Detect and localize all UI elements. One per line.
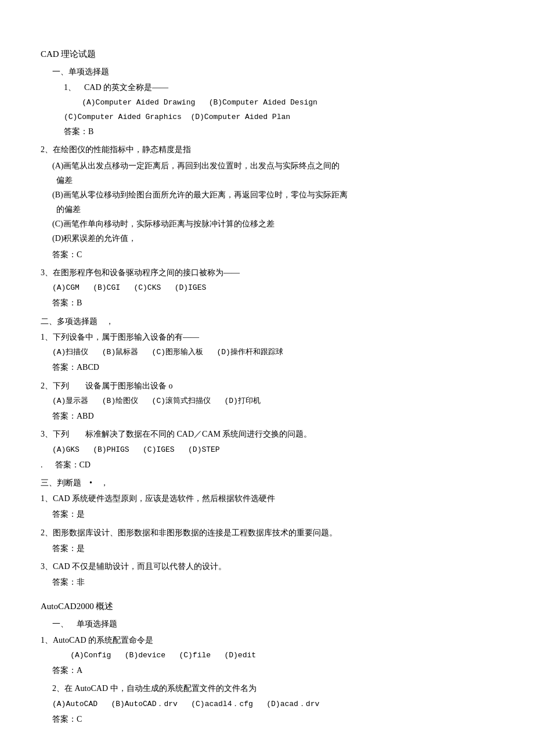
q2-1-opt-line: (A)扫描仪 (B)鼠标器 (C)图形输入板 (D)操作杆和跟踪球 [52, 345, 499, 359]
autocad-q1-answer: 答案：A [41, 663, 499, 678]
autocad-q1: 1、AutoCAD 的系统配置命令是 (A)Config (B)device (… [41, 633, 499, 678]
q3-1-text: 1、CAD 系统硬件选型原则，应该是选软件，然后根据软件选硬件 [41, 491, 499, 506]
question-2-2: 2、下列 设备属于图形输出设备 o (A)显示器 (B)绘图仪 (C)滚筒式扫描… [41, 379, 499, 424]
section-autocad: AutoCAD2000 概述 一、 单项选择题 1、AutoCAD 的系统配置命… [41, 599, 499, 726]
q2-2-answer: 答案：ABD [41, 409, 499, 423]
q2-2-text: 2、下列 设备属于图形输出设备 o [41, 379, 499, 393]
question-1-1: 1、 CAD 的英文全称是—— (A)Computer Aided Drawin… [41, 80, 499, 139]
q3-2-answer: 答案：是 [41, 541, 499, 556]
section-1: 一、单项选择题 1、 CAD 的英文全称是—— (A)Computer Aide… [41, 64, 499, 311]
question-1-2: 2、在绘图仪的性能指标中，静态精度是指 (A)画笔从出发点移动一定距离后，再回到… [41, 142, 499, 262]
q2-3-opt-line: (A)GKS (B)PHIGS (C)IGES (D)STEP [52, 443, 499, 456]
section-3: 三、判断题 • ， 1、CAD 系统硬件选型原则，应该是选软件，然后根据软件选硬… [41, 476, 499, 589]
autocad-q1-text: 1、AutoCAD 的系统配置命令是 [41, 633, 499, 647]
q2-opt-c: (C)画笔作单向移动时，实际移动距离与按脉冲计算的位移之差 [52, 217, 499, 231]
q2-opt-b: (B)画笔从零位移动到绘图台面所允许的最大距离，再返回零位时，零位与实际距离 [52, 188, 499, 202]
q2-1-answer: 答案：ABCD [41, 360, 499, 375]
q2-3-options: (A)GKS (B)PHIGS (C)IGES (D)STEP [41, 443, 499, 456]
autocad-q2-answer: 答案：C [41, 712, 499, 726]
autocad-q1-opt-line: (A)Config (B)device (C)file (D)edit [52, 649, 499, 662]
q3-1-answer: 答案：是 [41, 507, 499, 521]
autocad-q2-options: (A)AutoCAD (B)AutoCAD．drv (C)acadl4．cfg … [41, 697, 499, 711]
q3-opt-line: (A)CGM (B)CGI (C)CKS (D)IGES [52, 281, 499, 294]
autocad-section-label: 一、 单项选择题 [41, 617, 499, 631]
q1-answer: 答案：B [41, 124, 499, 139]
section-3-title: 三、判断题 • ， [41, 476, 499, 490]
q1-options-line1: (A)Computer Aided Drawing (B)Computer Ai… [64, 96, 499, 109]
q2-opt-a-cont: 偏差 [52, 173, 499, 188]
section-2: 二、多项选择题 ， 1、下列设备中，属于图形输入设备的有—— (A)扫描仪 (B… [41, 314, 499, 472]
q3-3-text: 3、CAD 不仅是辅助设计，而且可以代替人的设计。 [41, 559, 499, 574]
q3-options: (A)CGM (B)CGI (C)CKS (D)IGES [41, 281, 499, 294]
q2-answer: 答案：C [41, 247, 499, 262]
q2-opt-d: (D)积累误差的允许值， [52, 231, 499, 246]
section-1-title: 一、单项选择题 [41, 64, 499, 79]
q3-3-answer: 答案：非 [41, 575, 499, 589]
autocad-q2-opt-line: (A)AutoCAD (B)AutoCAD．drv (C)acadl4．cfg … [52, 697, 499, 711]
q1-text: 1、 CAD 的英文全称是—— [41, 80, 499, 95]
autocad-q2-text: 2、在 AutoCAD 中，自动生成的系统配置文件的文件名为 [41, 681, 499, 696]
question-2-1: 1、下列设备中，属于图形输入设备的有—— (A)扫描仪 (B)鼠标器 (C)图形… [41, 330, 499, 375]
q3-answer: 答案：B [41, 296, 499, 310]
autocad-q1-options: (A)Config (B)device (C)file (D)edit [41, 649, 499, 662]
main-title: CAD 理论试题 [41, 46, 499, 62]
q2-options: (A)画笔从出发点移动一定距离后，再回到出发位置时，出发点与实际终点之间的 偏差… [41, 159, 499, 246]
question-3-2: 2、图形数据库设计、图形数据和非图形数据的连接是工程数据库技术的重要问题。 答案… [41, 525, 499, 556]
question-1-3: 3、在图形程序包和设备驱动程序之间的接口被称为—— (A)CGM (B)CGI … [41, 265, 499, 311]
q2-text: 2、在绘图仪的性能指标中，静态精度是指 [41, 142, 499, 157]
autocad-title: AutoCAD2000 概述 [41, 599, 499, 614]
q3-text: 3、在图形程序包和设备驱动程序之间的接口被称为—— [41, 265, 499, 280]
q2-opt-b-cont: 的偏差 [52, 202, 499, 217]
q2-opt-a: (A)画笔从出发点移动一定距离后，再回到出发位置时，出发点与实际终点之间的 [52, 159, 499, 173]
question-3-1: 1、CAD 系统硬件选型原则，应该是选软件，然后根据软件选硬件 答案：是 [41, 491, 499, 521]
document-container: CAD 理论试题 一、单项选择题 1、 CAD 的英文全称是—— (A)Comp… [41, 46, 499, 726]
q2-2-options: (A)显示器 (B)绘图仪 (C)滚筒式扫描仪 (D)打印机 [41, 394, 499, 408]
autocad-q2: 2、在 AutoCAD 中，自动生成的系统配置文件的文件名为 (A)AutoCA… [41, 681, 499, 726]
question-2-3: 3、下列 标准解决了数据在不同的 CAD／CAM 系统间进行交换的问题。 (A)… [41, 427, 499, 472]
q3-2-text: 2、图形数据库设计、图形数据和非图形数据的连接是工程数据库技术的重要问题。 [41, 525, 499, 540]
q2-2-opt-line: (A)显示器 (B)绘图仪 (C)滚筒式扫描仪 (D)打印机 [52, 394, 499, 408]
section-2-title: 二、多项选择题 ， [41, 314, 499, 329]
q2-1-options: (A)扫描仪 (B)鼠标器 (C)图形输入板 (D)操作杆和跟踪球 [41, 345, 499, 359]
question-3-3: 3、CAD 不仅是辅助设计，而且可以代替人的设计。 答案：非 [41, 559, 499, 589]
q2-3-answer: . 答案：CD [41, 458, 499, 472]
q2-1-text: 1、下列设备中，属于图形输入设备的有—— [41, 330, 499, 344]
q1-options-line2: (C)Computer Aided Graphics (D)Computer A… [64, 110, 499, 124]
q2-3-text: 3、下列 标准解决了数据在不同的 CAD／CAM 系统间进行交换的问题。 [41, 427, 499, 441]
